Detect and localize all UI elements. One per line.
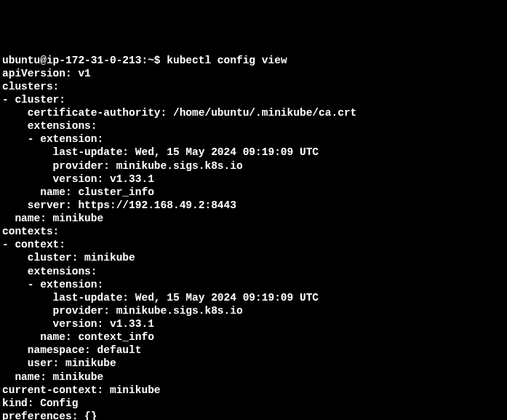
output-line: - cluster: [2, 93, 505, 106]
output-line: - context: [2, 238, 505, 251]
output-line: name: cluster_info [2, 186, 505, 199]
output-line: preferences: {} [2, 410, 505, 420]
output-line: last-update: Wed, 15 May 2024 09:19:09 U… [2, 291, 505, 304]
output-line: user: minikube [2, 357, 505, 370]
output-line: name: context_info [2, 330, 505, 344]
output-line: version: v1.33.1 [2, 317, 505, 330]
output-line: namespace: default [2, 344, 505, 357]
output-line: kind: Config [2, 397, 505, 410]
output-line: apiVersion: v1 [2, 67, 505, 80]
output-line: contexts: [2, 225, 505, 238]
output-line: certificate-authority: /home/ubuntu/.min… [2, 106, 505, 119]
output-line: provider: minikube.sigs.k8s.io [2, 159, 505, 173]
output-line: provider: minikube.sigs.k8s.io [2, 304, 505, 317]
output-line: - extension: [2, 132, 505, 146]
shell-prompt: ubuntu@ip-172-31-0-213:~$ [2, 55, 167, 66]
output-line: - extension: [2, 278, 505, 291]
command-input: kubectl config view [167, 55, 287, 66]
output-line: name: minikube [2, 371, 505, 384]
output-line: name: minikube [2, 212, 505, 225]
output-line: server: https://192.168.49.2:8443 [2, 199, 505, 212]
output-line: cluster: minikube [2, 251, 505, 264]
output-line: current-context: minikube [2, 384, 505, 397]
output-line: extensions: [2, 119, 505, 132]
output-line: last-update: Wed, 15 May 2024 09:19:09 U… [2, 146, 505, 159]
output-line: extensions: [2, 265, 505, 278]
output-line: version: v1.33.1 [2, 173, 505, 186]
terminal-output[interactable]: ubuntu@ip-172-31-0-213:~$ kubectl config… [2, 54, 505, 421]
output-line: clusters: [2, 80, 505, 93]
